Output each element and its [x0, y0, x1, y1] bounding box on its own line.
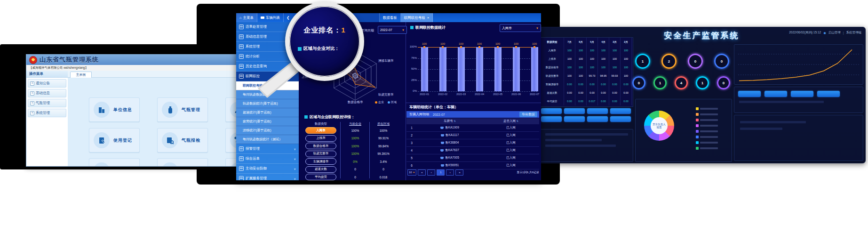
status-button[interactable] [610, 116, 631, 122]
status-button[interactable] [541, 108, 562, 114]
metric-button-数据合格率[interactable]: 数据合格率 [305, 143, 336, 149]
radar-axis-label: 轨迹完整率 [378, 93, 394, 96]
month-col-header: 2月 [621, 38, 632, 46]
submenu-item-疲劳统计(基于运政)[interactable]: 疲劳统计(基于运政) [236, 117, 299, 126]
metric-button-车辆漂移率[interactable]: 车辆漂移率 [305, 158, 336, 165]
line-marker [423, 46, 425, 48]
last-page-button[interactable]: » [455, 169, 463, 176]
sidebar-item-主动安全防御[interactable]: 主动安全防御∨ [236, 164, 299, 174]
line-marker [460, 46, 462, 48]
tab-data-board[interactable]: 数据看板 [380, 13, 401, 22]
quick-button[interactable] [791, 91, 813, 97]
next-page-button[interactable]: › [446, 169, 454, 176]
metric-button-超速次数[interactable]: 超速次数 [305, 166, 336, 173]
month-cell: 0.00 [621, 97, 632, 105]
status-cell: 已入网 [483, 133, 539, 137]
plus-icon: + [30, 81, 34, 86]
tile-person-icon[interactable] [225, 97, 237, 122]
table-row[interactable]: 4鲁KA7637已入网 [406, 147, 539, 154]
submenu-item-漂移统计(基于运政)[interactable]: 漂移统计(基于运政) [236, 126, 299, 135]
tile-wrench-icon[interactable] [225, 128, 237, 153]
status-button[interactable] [564, 108, 585, 114]
status-button[interactable] [610, 108, 631, 114]
tile-气瓶充装[interactable]: 气瓶充装 [89, 158, 140, 167]
detail-title: 区域与企业联网联控详情： [304, 114, 355, 120]
role-text[interactable]: 系统管理端 [846, 31, 862, 35]
prev-page-button[interactable]: ‹ [427, 169, 435, 176]
page-size-select[interactable]: 10 ▼ [407, 169, 416, 176]
export-button[interactable]: 导出数据 [519, 112, 537, 117]
metric-button-入网率[interactable]: 入网率 [305, 127, 336, 134]
tab-vehicle-list[interactable]: 车辆列表 [257, 13, 284, 22]
tab-label: 数据看板 [383, 16, 397, 20]
month-cell: 车辆漂移率 [541, 80, 564, 88]
first-page-button[interactable]: « [418, 169, 426, 176]
company-value: 100% [341, 129, 369, 132]
legend-item-企业: 企业 [375, 100, 384, 104]
month-cell: 100 [575, 63, 587, 72]
metric-button-平均疲劳[interactable]: 平均疲劳 [305, 174, 336, 180]
sidebar-item-气瓶管理[interactable]: +气瓶管理 [28, 99, 66, 107]
sidebar-item-通知公告[interactable]: +通知公告 [28, 79, 66, 88]
legend-item [696, 134, 718, 140]
tile-信息预警[interactable]: 信息预警 [157, 158, 208, 167]
submenu-item-超速统计(基于运政)[interactable]: 超速统计(基于运政) [236, 108, 299, 117]
metric-button-上线率[interactable]: 上线率 [305, 135, 336, 142]
status-button[interactable] [587, 116, 608, 122]
pill-cell: 平均疲劳 [301, 174, 341, 180]
quick-button[interactable] [817, 91, 840, 97]
current-page[interactable]: 1 [437, 169, 445, 176]
plate-cell: 鲁K36804 [417, 141, 483, 145]
month-cell: 超速次数 [541, 88, 564, 97]
item-label: 扩展服务管理 [246, 176, 267, 180]
tile-单位信息[interactable]: 单位信息 [89, 97, 140, 122]
month-cell: 入网率 [541, 46, 564, 55]
magnifier-lens: 企业排名：1 区域与企业对比： [285, 2, 364, 81]
tile-气瓶管理[interactable]: 气瓶管理 [157, 97, 208, 122]
status-button[interactable] [541, 116, 562, 122]
quick-button[interactable] [764, 91, 787, 97]
status-button[interactable] [564, 116, 585, 122]
table-row[interactable]: 1鲁KA1909已入网 [406, 124, 539, 132]
cylinder-icon [162, 102, 178, 118]
table-row[interactable]: 6鲁K56951已入网 [406, 162, 539, 169]
vehicle-status-buttons [541, 108, 631, 122]
user-name[interactable]: 启山管理 [828, 31, 841, 35]
y-tick-label: 50% [406, 67, 417, 70]
y-tick-label: 100% [406, 45, 417, 48]
row-number: 6 [406, 164, 417, 167]
bar-value-label: 100 [493, 42, 502, 45]
metric-button-轨迹完整率[interactable]: 轨迹完整率 [305, 151, 336, 157]
sidebar-item-系统管理[interactable]: +系统管理 [28, 109, 66, 117]
status-button[interactable] [587, 108, 608, 114]
plate-text: 鲁K36804 [446, 141, 459, 144]
legend-line [700, 142, 718, 144]
plate-column-header[interactable]: 车牌号 ⇅ [417, 119, 483, 123]
month-cell: 100 [598, 63, 609, 72]
quick-button[interactable] [738, 91, 761, 97]
sidebar-item-label: 通知公告 [36, 81, 50, 86]
sidebar-item-基础信息[interactable]: +基础信息 [28, 89, 66, 97]
sidebar-item-扩展服务管理[interactable]: 扩展服务管理∨ [236, 174, 299, 180]
table-row[interactable]: 3鲁K36804已入网 [406, 139, 539, 147]
tab-network-assess-active[interactable]: 联网联控考核 × [401, 13, 433, 22]
legend-dot [375, 101, 377, 104]
sidebar-item-综合运单[interactable]: 综合运单∨ [236, 154, 299, 164]
pending-rings-row: 01410 [632, 76, 731, 89]
car-icon [441, 142, 444, 144]
status-column-header[interactable]: 是否入网 ⇅ [483, 119, 539, 123]
table-row[interactable]: 2鲁KA1117已入网 [406, 132, 539, 139]
status-cell: 已入网 [483, 126, 539, 130]
collapse-icon[interactable]: ❮ [287, 16, 290, 20]
tile-使用登记[interactable]: 使用登记 [89, 128, 140, 153]
query-date-dropdown[interactable]: 2022-07▼ [378, 26, 407, 34]
submenu-item-每日轨迹数据统计（测试）[interactable]: 每日轨迹数据统计（测试） [236, 135, 299, 144]
tile-chart-icon[interactable] [225, 158, 237, 167]
right-mid-panel [734, 87, 863, 113]
main-menu-button[interactable]: ⌂ 主菜单 [236, 13, 257, 22]
table-row[interactable]: 5鲁KA7005已入网 [406, 154, 539, 162]
sidebar-item-报警管理[interactable]: 报警管理∨ [236, 144, 299, 154]
tile-气瓶报检[interactable]: 气瓶报检 [157, 128, 208, 153]
metric-dropdown[interactable]: 入网率▼ [500, 24, 541, 32]
close-icon[interactable]: × [427, 16, 430, 20]
